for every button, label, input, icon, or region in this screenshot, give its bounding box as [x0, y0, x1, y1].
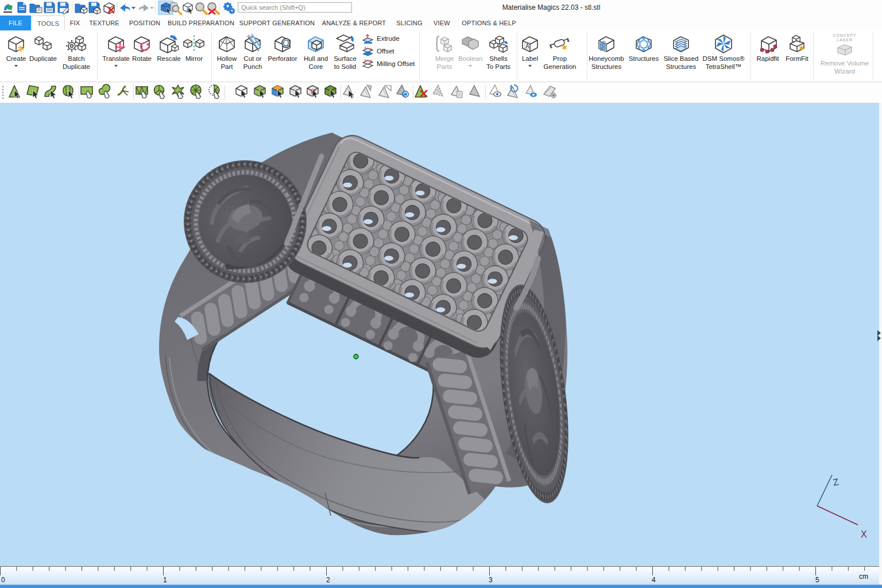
svg-text:Z: Z — [832, 477, 840, 488]
svg-text:X: X — [861, 529, 867, 539]
